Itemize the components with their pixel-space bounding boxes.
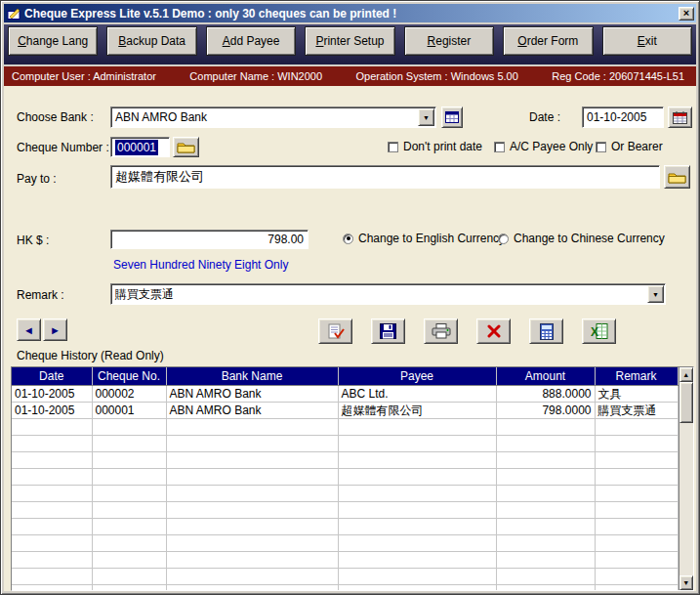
scroll-track[interactable] <box>679 382 694 575</box>
toolbar-button-printer-setup[interactable]: Printer Setup <box>305 26 394 56</box>
amount-in-words: Seven Hundred Ninety Eight Only <box>113 258 288 272</box>
scroll-thumb[interactable] <box>679 382 694 423</box>
history-scrollbar[interactable]: ▲ ▼ <box>679 367 694 590</box>
delete-x-icon <box>487 324 501 338</box>
remark-label: Remark : <box>17 288 64 302</box>
cell: 000001 <box>92 402 166 418</box>
cell <box>338 568 496 584</box>
cell <box>92 568 166 584</box>
cell <box>166 418 338 435</box>
validate-button[interactable] <box>318 319 352 344</box>
close-button[interactable]: × <box>679 7 694 21</box>
status-item: Computer User : Administrator <box>12 70 156 82</box>
pay-to-field[interactable]: 超媒體有限公司 <box>110 165 660 189</box>
cell <box>338 518 496 534</box>
radio-icon <box>343 234 353 244</box>
history-empty-row <box>12 584 678 591</box>
cell: 01-10-2005 <box>12 385 92 402</box>
cell <box>595 451 678 468</box>
cell <box>12 584 92 591</box>
cell: ABC Ltd. <box>338 385 496 402</box>
cell <box>92 451 166 468</box>
export-excel-button[interactable]: X <box>582 319 616 344</box>
pay-to-label: Pay to : <box>17 172 57 186</box>
previous-record-button[interactable]: ◄ <box>17 319 41 341</box>
scroll-up-button[interactable]: ▲ <box>679 367 694 382</box>
cell <box>92 501 166 518</box>
cell <box>595 435 678 451</box>
calendar-button[interactable] <box>668 106 692 128</box>
cell <box>595 518 678 534</box>
toolbar-button-add-payee[interactable]: Add Payee <box>206 26 296 56</box>
amount-field[interactable]: 798.00 <box>110 230 309 249</box>
history-row[interactable]: 01-10-2005000002ABN AMRO BankABC Ltd.888… <box>12 385 678 402</box>
floppy-disk-icon <box>380 323 396 339</box>
bank-combobox[interactable]: ABN AMRO Bank ▼ <box>110 106 436 128</box>
chinese-currency-label: Change to Chinese Currency <box>514 232 665 245</box>
calculator-button[interactable] <box>529 319 563 344</box>
history-header-row: DateCheque No.Bank NamePayeeAmountRemark <box>12 367 678 385</box>
cell <box>338 435 496 451</box>
cell <box>338 551 496 568</box>
history-empty-row <box>12 418 678 435</box>
column-header[interactable]: Amount <box>496 367 595 385</box>
cell <box>12 568 92 584</box>
pay-to-value: 超媒體有限公司 <box>115 168 204 186</box>
arrow-up-icon: ▲ <box>682 371 689 378</box>
cell <box>92 485 166 501</box>
cell <box>12 468 92 485</box>
delete-button[interactable] <box>476 319 511 344</box>
english-currency-label: Change to English Currency <box>358 232 505 245</box>
remark-combobox[interactable]: 購買支票通 ▼ <box>110 283 666 305</box>
toolbar-button-backup-data[interactable]: Backup Data <box>106 26 196 56</box>
save-button[interactable] <box>371 319 405 344</box>
amount-label: HK $ : <box>17 234 49 247</box>
ac-payee-only-label: A/C Payee Only <box>510 140 593 153</box>
toolbar-button-exit[interactable]: Exit <box>602 26 692 56</box>
cell <box>12 418 92 435</box>
chinese-currency-radio[interactable]: Change to Chinese Currency <box>498 232 665 245</box>
english-currency-radio[interactable]: Change to English Currency <box>343 232 505 245</box>
history-empty-row <box>12 568 678 584</box>
cell <box>595 418 678 435</box>
folder-icon <box>668 171 686 184</box>
history-row[interactable]: 01-10-2005000001ABN AMRO Bank超媒體有限公司798.… <box>12 402 678 418</box>
cell <box>595 501 678 518</box>
date-field[interactable]: 01-10-2005 <box>582 106 664 128</box>
arrow-down-icon: ▼ <box>682 579 689 586</box>
cell <box>496 501 595 518</box>
column-header[interactable]: Payee <box>338 367 496 385</box>
history-empty-row <box>12 501 678 518</box>
toolbar-button-change-lang[interactable]: Change Lang <box>8 26 98 56</box>
toolbar-button-order-form[interactable]: Order Form <box>503 26 593 56</box>
scroll-down-button[interactable]: ▼ <box>679 575 694 590</box>
cell <box>166 501 338 518</box>
cell: ABN AMRO Bank <box>166 385 338 402</box>
window-title: Cheque Express Lite v.5.1 Demo : only 30… <box>24 7 679 21</box>
history-table-body: 01-10-2005000002ABN AMRO BankABC Ltd.888… <box>12 385 678 591</box>
print-button[interactable] <box>424 319 458 344</box>
payee-browse-button[interactable] <box>664 165 690 189</box>
next-record-button[interactable]: ► <box>43 319 67 341</box>
history-empty-row <box>12 451 678 468</box>
bank-combobox-value: ABN AMRO Bank <box>115 110 207 124</box>
cheque-number-label: Cheque Number : <box>17 141 109 154</box>
column-header[interactable]: Cheque No. <box>92 367 166 385</box>
bank-dropdown-button[interactable]: ▼ <box>418 108 434 126</box>
column-header[interactable]: Bank Name <box>166 367 338 385</box>
toolbar-button-register[interactable]: Register <box>404 26 494 56</box>
cheque-number-field[interactable]: 000001 <box>110 137 170 157</box>
cell <box>166 485 338 501</box>
cell <box>496 568 595 584</box>
or-bearer-checkbox[interactable]: Or Bearer <box>596 140 663 153</box>
bank-list-button[interactable] <box>441 106 463 128</box>
cell <box>338 485 496 501</box>
cheque-number-browse-button[interactable] <box>173 137 199 157</box>
column-header[interactable]: Remark <box>595 367 678 385</box>
ac-payee-only-checkbox[interactable]: A/C Payee Only <box>494 140 593 153</box>
history-title: Cheque History (Read Only) <box>17 349 164 362</box>
dont-print-date-checkbox[interactable]: Don't print date <box>388 140 482 153</box>
column-header[interactable]: Date <box>12 367 92 385</box>
bank-list-icon <box>445 111 459 123</box>
remark-dropdown-button[interactable]: ▼ <box>647 285 664 303</box>
